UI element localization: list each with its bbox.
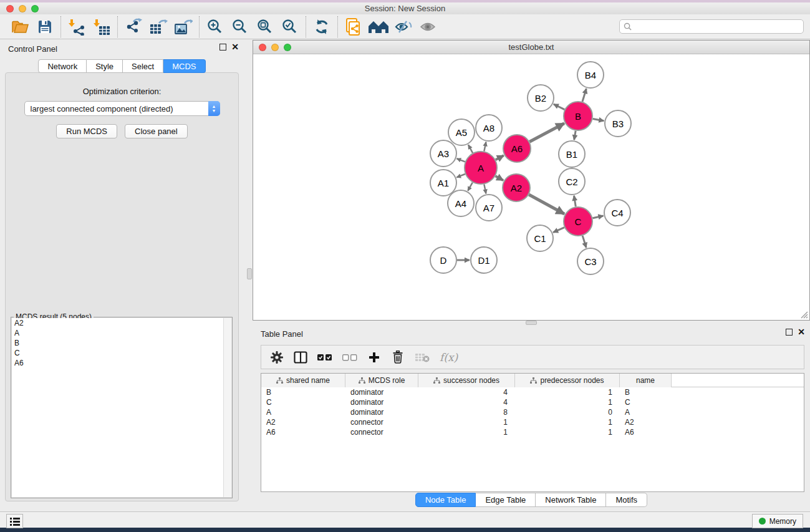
horizontal-divider-handle[interactable]: [526, 321, 537, 325]
edge-C-C3[interactable]: [582, 236, 586, 248]
graph-node-D1[interactable]: D1: [471, 247, 497, 273]
edge-C-C1[interactable]: [553, 228, 564, 233]
network-minimize-button[interactable]: [271, 44, 279, 51]
mcds-result-item[interactable]: A6: [12, 358, 231, 368]
float-panel-icon[interactable]: [219, 44, 226, 51]
zoom-window-button[interactable]: [31, 5, 39, 12]
open-file-icon[interactable]: [7, 16, 32, 38]
delete-table-icon[interactable]: [415, 350, 430, 365]
resize-grip-icon[interactable]: [800, 311, 808, 319]
column-header-shared-name[interactable]: shared name: [261, 374, 345, 387]
task-history-button[interactable]: [6, 514, 23, 528]
column-header-predecessor-nodes[interactable]: predecessor nodes: [515, 374, 620, 387]
edge-A-A7[interactable]: [484, 184, 486, 193]
show-columns-icon[interactable]: [294, 350, 307, 365]
graph-node-D[interactable]: D: [430, 247, 456, 273]
edge-A-A4[interactable]: [468, 183, 473, 191]
run-mcds-button[interactable]: Run MCDS: [56, 124, 117, 138]
control-tab-network[interactable]: Network: [38, 59, 87, 73]
select-all-columns-icon[interactable]: [317, 350, 332, 365]
mcds-result-item[interactable]: A: [12, 328, 231, 338]
table-row[interactable]: A6connector11A6: [261, 427, 804, 437]
control-tab-style[interactable]: Style: [87, 59, 123, 73]
result-scrollbar[interactable]: [223, 318, 231, 497]
edge-B-B4[interactable]: [582, 89, 586, 102]
home-icon[interactable]: [366, 16, 391, 38]
float-table-panel-icon[interactable]: [786, 329, 793, 336]
graph-node-C3[interactable]: C3: [577, 248, 604, 274]
graph-node-A1[interactable]: A1: [430, 170, 456, 196]
delete-column-trash-icon[interactable]: [391, 350, 405, 365]
network-canvas[interactable]: B4B2BB3A5A8A6B1A3AC2A1A2A4A7C4CC1C3DD1: [253, 54, 809, 320]
refresh-icon[interactable]: [309, 16, 334, 38]
network-zoom-button[interactable]: [284, 44, 291, 51]
close-panel-button[interactable]: Close panel: [125, 124, 188, 138]
export-network-icon[interactable]: [121, 16, 146, 38]
column-header-MCDS-role[interactable]: MCDS role: [345, 374, 418, 387]
graph-node-A[interactable]: A: [465, 152, 497, 184]
graph-node-B3[interactable]: B3: [605, 110, 631, 137]
graph-node-C[interactable]: C: [564, 207, 592, 236]
close-panel-icon[interactable]: ✕: [231, 44, 239, 51]
zoom-fit-icon[interactable]: [253, 16, 277, 38]
control-tab-select[interactable]: Select: [123, 59, 163, 73]
graph-node-C1[interactable]: C1: [527, 225, 553, 251]
graph-node-B2[interactable]: B2: [528, 85, 554, 111]
unselect-all-columns-icon[interactable]: [342, 350, 357, 365]
edge-A-A8[interactable]: [484, 142, 486, 152]
edge-B-B3[interactable]: [593, 118, 604, 120]
network-close-button[interactable]: [259, 44, 266, 51]
zoom-selected-icon[interactable]: [277, 16, 302, 38]
save-session-icon[interactable]: [32, 16, 57, 38]
memory-button[interactable]: Memory: [752, 514, 803, 528]
new-network-from-selection-icon[interactable]: [341, 16, 366, 38]
graph-node-A6[interactable]: A6: [503, 135, 531, 162]
graph-node-A4[interactable]: A4: [448, 190, 474, 216]
node-table[interactable]: shared nameMCDS rolesuccessor nodesprede…: [261, 373, 804, 492]
graph-node-C2[interactable]: C2: [559, 168, 585, 195]
search-input[interactable]: [634, 22, 799, 31]
edge-A-A2[interactable]: [496, 176, 504, 180]
add-column-icon[interactable]: [367, 350, 381, 365]
mcds-result-item[interactable]: C: [12, 348, 231, 358]
edge-A6-B[interactable]: [529, 123, 564, 142]
export-table-icon[interactable]: [146, 16, 171, 38]
zoom-out-icon[interactable]: [228, 16, 253, 38]
mcds-result-item[interactable]: B: [12, 338, 231, 348]
close-table-panel-icon[interactable]: ✕: [798, 329, 805, 336]
graph-node-B[interactable]: B: [564, 102, 592, 130]
zoom-in-icon[interactable]: [203, 16, 228, 38]
table-tab-network-table[interactable]: Network Table: [536, 493, 606, 507]
edge-A-A1[interactable]: [456, 174, 465, 177]
import-table-icon[interactable]: [89, 16, 114, 38]
search-field[interactable]: [619, 19, 804, 34]
column-header-name[interactable]: name: [620, 374, 672, 387]
function-builder-icon[interactable]: f(x): [440, 350, 458, 365]
edge-B-B1[interactable]: [574, 131, 576, 140]
table-row[interactable]: Bdominator41B: [261, 387, 804, 397]
hide-graphics-icon[interactable]: [391, 16, 416, 38]
graph-node-B4[interactable]: B4: [577, 62, 604, 88]
network-graph[interactable]: B4B2BB3A5A8A6B1A3AC2A1A2A4A7C4CC1C3DD1: [253, 54, 809, 320]
graph-node-B1[interactable]: B1: [559, 141, 585, 167]
column-header-successor-nodes[interactable]: successor nodes: [418, 374, 515, 387]
edge-A-A3[interactable]: [456, 158, 465, 162]
table-row[interactable]: A2connector11A2: [261, 417, 804, 427]
graph-node-C4[interactable]: C4: [604, 200, 630, 226]
graph-node-A8[interactable]: A8: [476, 115, 502, 141]
table-settings-gear-icon[interactable]: [270, 350, 284, 365]
import-network-icon[interactable]: [64, 16, 89, 38]
table-row[interactable]: Adominator80A: [261, 407, 804, 417]
graph-node-A3[interactable]: A3: [430, 140, 456, 167]
graph-node-A7[interactable]: A7: [476, 195, 502, 221]
edge-A-A6[interactable]: [496, 155, 504, 160]
edge-B-B2[interactable]: [554, 104, 565, 110]
show-graphics-icon[interactable]: [416, 16, 441, 38]
control-tab-mcds[interactable]: MCDS: [163, 59, 205, 73]
mcds-result-list[interactable]: A2ABCA6: [12, 318, 231, 497]
table-tab-motifs[interactable]: Motifs: [606, 493, 647, 507]
mcds-result-item[interactable]: A2: [12, 318, 231, 328]
table-row[interactable]: Cdominator41C: [261, 397, 804, 407]
table-tab-edge-table[interactable]: Edge Table: [476, 493, 536, 507]
edge-C-C4[interactable]: [592, 216, 603, 218]
